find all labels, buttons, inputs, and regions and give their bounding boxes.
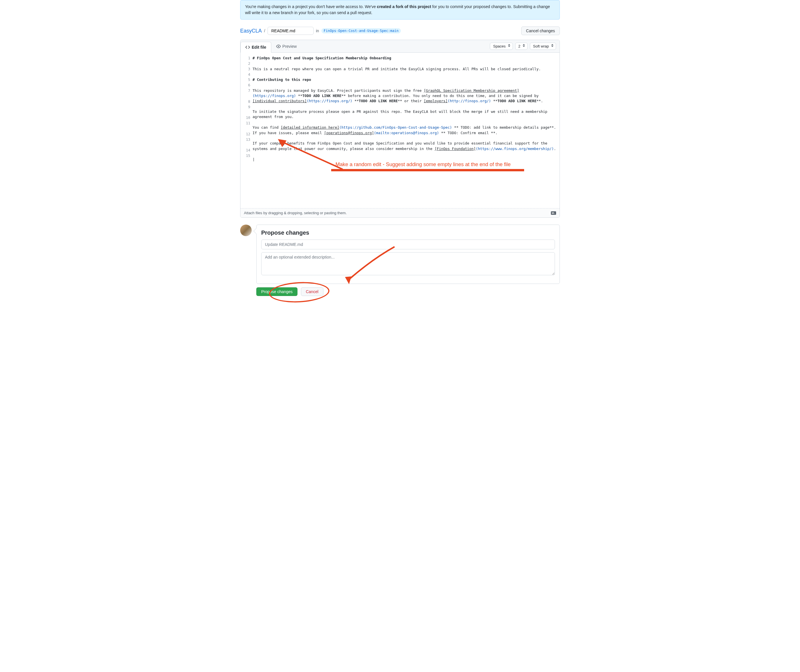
filename-input[interactable] [267,27,314,35]
line-gutter: 1 2 3 4 5 6 7 8 9 10 11 12 13 14 15 [240,53,253,208]
tab-preview[interactable]: Preview [271,41,302,52]
code-editor[interactable]: 1 2 3 4 5 6 7 8 9 10 11 12 13 14 15 # Fi… [240,53,560,208]
editor: Edit file Preview Spaces 2 Soft wrap 1 2… [240,40,560,218]
branch-pill[interactable]: FinOps-Open-Cost-and-Usage-Spec:main [322,28,401,34]
attach-files-hint[interactable]: Attach files by dragging & dropping, sel… [240,208,560,218]
commit-summary-input[interactable] [261,240,555,250]
eye-icon [276,44,281,49]
code-icon [245,45,250,50]
repo-link[interactable]: EasyCLA [240,28,262,34]
code-content[interactable]: # FinOps Open Cost and Usage Specificati… [253,53,560,208]
propose-heading: Propose changes [261,229,555,236]
commit-description-textarea[interactable] [261,252,555,275]
fork-notice: You're making changes in a project you d… [240,0,560,19]
markdown-icon: M↓ [551,211,556,215]
tab-edit-file[interactable]: Edit file [240,42,271,53]
wrap-mode-select[interactable]: Soft wrap [530,43,556,50]
indent-size-select[interactable]: 2 [515,43,528,50]
indent-mode-select[interactable]: Spaces [490,43,513,50]
avatar [240,225,252,236]
cancel-changes-button[interactable]: Cancel changes [521,27,560,35]
propose-changes-box: Propose changes [256,225,560,284]
cancel-button[interactable]: Cancel [301,287,323,296]
propose-changes-button[interactable]: Propose changes [256,287,298,296]
breadcrumb: EasyCLA / in FinOps-Open-Cost-and-Usage-… [240,27,560,35]
